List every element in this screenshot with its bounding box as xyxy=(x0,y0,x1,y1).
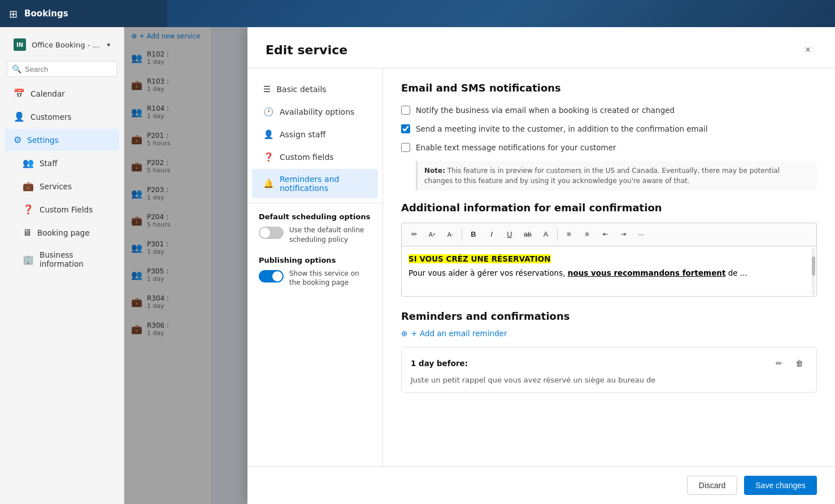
editor-toolbar: ✏ A+ A- B I U ab A ≡ ≡ ⇤ xyxy=(401,223,817,246)
add-reminder-btn[interactable]: ⊕ + Add an email reminder xyxy=(401,329,817,338)
nav-availability[interactable]: 🕐 Availability options xyxy=(252,101,378,123)
toolbar-strikethrough-btn[interactable]: ab xyxy=(520,227,536,242)
send-invite-label: Send a meeting invite to the customer, i… xyxy=(416,124,708,134)
scheduling-description: Use the default online scheduling policy xyxy=(289,225,371,245)
enable-sms-label: Enable text message notifications for yo… xyxy=(416,142,616,153)
send-invite-checkbox[interactable] xyxy=(401,124,410,133)
sidebar-item-business-info[interactable]: 🏢 Business information xyxy=(5,245,119,274)
editor-bold-underline-text: nous vous recommandons fortement xyxy=(568,268,726,277)
settings-icon: ⚙️ xyxy=(14,134,21,145)
editor-text-end: de ... xyxy=(725,268,747,277)
sidebar-item-label: Business information xyxy=(40,250,110,268)
services-icon: 💼 xyxy=(23,181,34,192)
toolbar-italic-btn[interactable]: I xyxy=(484,227,499,242)
publishing-title: Publishing options xyxy=(259,256,371,264)
main-content: ⊕ + Add new service 👥 R102 :1 day 💼 R103… xyxy=(124,27,835,504)
list-icon: ☰ xyxy=(263,84,271,94)
booking-page-icon: 🖥 xyxy=(23,227,32,238)
sidebar: IN Office Booking - Montreal... ▾ 🔍 📅 Ca… xyxy=(0,27,124,504)
notify-business-label: Notify the business via email when a boo… xyxy=(416,105,675,116)
enable-sms-row: Enable text message notifications for yo… xyxy=(401,142,817,153)
sidebar-item-calendar[interactable]: 📅 Calendar xyxy=(5,82,119,105)
nav-reminders[interactable]: 🔔 Reminders and notifications xyxy=(252,169,378,198)
sidebar-item-label: Booking page xyxy=(37,228,89,237)
scheduling-options: Default scheduling options Use the defau… xyxy=(247,203,382,308)
note-text: This feature is in preview for customers… xyxy=(424,167,780,185)
reminder-card: 1 day before: ✏ 🗑 Juste un petit rappel … xyxy=(401,347,817,393)
grid-icon[interactable]: ⊞ xyxy=(9,8,18,20)
nav-assign-staff[interactable]: 👤 Assign staff xyxy=(252,124,378,145)
sidebar-item-label: Custom Fields xyxy=(40,205,93,214)
notify-business-row: Notify the business via email when a boo… xyxy=(401,105,817,116)
toolbar-font-size-up-btn[interactable]: A+ xyxy=(424,227,440,242)
modal-nav: ☰ Basic details 🕐 Availability options 👤… xyxy=(247,68,383,466)
reminder-text: Juste un petit rappel que vous avez rése… xyxy=(411,376,807,384)
bell-icon: 🔔 xyxy=(263,179,274,189)
sidebar-item-settings[interactable]: ⚙️ Settings xyxy=(5,129,119,151)
sidebar-item-custom-fields[interactable]: ❓ Custom Fields xyxy=(5,198,119,220)
close-button[interactable]: × xyxy=(799,41,817,59)
toolbar-highlight-btn[interactable]: ✏ xyxy=(406,227,422,242)
publishing-toggle[interactable] xyxy=(259,270,284,283)
sidebar-item-label: Settings xyxy=(27,136,58,145)
question-icon: ❓ xyxy=(263,152,274,162)
editor-scrollbar[interactable] xyxy=(812,247,815,295)
toolbar-align-btn[interactable]: ≡ xyxy=(561,227,577,242)
reminders-title: Reminders and confirmations xyxy=(401,310,817,322)
additional-info-title: Additional information for email confirm… xyxy=(401,202,817,214)
person-icon: 👤 xyxy=(263,129,274,140)
workspace-label: Office Booking - Montreal... xyxy=(32,41,101,49)
sidebar-item-label: Calendar xyxy=(31,89,65,98)
modal-footer: Discard Save changes xyxy=(247,466,835,504)
toolbar-font-size-down-btn[interactable]: A- xyxy=(442,227,458,242)
sidebar-item-services[interactable]: 💼 Services xyxy=(5,175,119,197)
modal-header: Edit service × xyxy=(247,27,835,68)
scheduling-toggle[interactable] xyxy=(259,227,284,239)
modal-panel: Edit service × ☰ Basic details 🕐 Availab… xyxy=(247,27,835,504)
nav-label: Basic details xyxy=(276,85,326,94)
toolbar-list-btn[interactable]: ≡ xyxy=(579,227,595,242)
sidebar-item-booking-page[interactable]: 🖥 Booking page xyxy=(5,221,119,244)
scheduling-title: Default scheduling options xyxy=(259,212,371,221)
toolbar-bold-btn[interactable]: B xyxy=(466,227,481,242)
note-strong: Note: xyxy=(424,167,445,175)
reminder-actions: ✏ 🗑 xyxy=(771,355,807,371)
custom-fields-icon: ❓ xyxy=(23,204,34,215)
notify-business-checkbox[interactable] xyxy=(401,106,410,115)
calendar-icon: 📅 xyxy=(14,88,25,99)
send-invite-row: Send a meeting invite to the customer, i… xyxy=(401,124,817,134)
nav-label: Custom fields xyxy=(280,153,334,162)
nav-custom-fields[interactable]: ❓ Custom fields xyxy=(252,146,378,168)
nav-label: Reminders and notifications xyxy=(280,175,367,193)
reminder-card-header: 1 day before: ✏ 🗑 xyxy=(411,355,807,371)
toolbar-font-color-btn[interactable]: A xyxy=(538,227,554,242)
save-button[interactable]: Save changes xyxy=(744,476,817,495)
sidebar-item-staff[interactable]: 👥 Staff xyxy=(5,152,119,174)
discard-button[interactable]: Discard xyxy=(687,476,737,495)
editor-area[interactable]: SI VOUS CRÉZ UNE RÉSERVATION Pour vous a… xyxy=(401,246,817,297)
editor-text: Pour vous aider à gérer vos réservations… xyxy=(408,268,568,277)
reminder-delete-btn[interactable]: 🗑 xyxy=(791,355,807,371)
staff-icon: 👥 xyxy=(23,158,34,168)
sidebar-item-label: Customers xyxy=(31,112,72,121)
sidebar-item-customers[interactable]: 👤 Customers xyxy=(5,106,119,128)
workspace-selector[interactable]: IN Office Booking - Montreal... ▾ xyxy=(5,33,119,57)
business-icon: 🏢 xyxy=(23,254,34,265)
nav-basic-details[interactable]: ☰ Basic details xyxy=(252,79,378,100)
search-input[interactable] xyxy=(25,65,120,73)
sidebar-item-label: Staff xyxy=(40,159,57,168)
clock-icon: 🕐 xyxy=(263,107,274,117)
editor-scrollbar-thumb xyxy=(812,257,815,276)
toolbar-separator xyxy=(462,229,462,240)
reminder-edit-btn[interactable]: ✏ xyxy=(771,355,787,371)
modal-overlay: Edit service × ☰ Basic details 🕐 Availab… xyxy=(124,27,835,504)
nav-label: Assign staff xyxy=(280,130,325,139)
search-icon: 🔍 xyxy=(12,64,21,73)
toolbar-more-btn[interactable]: ··· xyxy=(633,227,649,242)
toolbar-indent-inc-btn[interactable]: ⇥ xyxy=(615,227,631,242)
toolbar-underline-btn[interactable]: U xyxy=(502,227,517,242)
modal-right-content: Email and SMS notifications Notify the b… xyxy=(383,68,835,466)
toolbar-indent-dec-btn[interactable]: ⇤ xyxy=(597,227,613,242)
add-reminder-label: + Add an email reminder xyxy=(411,329,507,338)
enable-sms-checkbox[interactable] xyxy=(401,143,410,152)
